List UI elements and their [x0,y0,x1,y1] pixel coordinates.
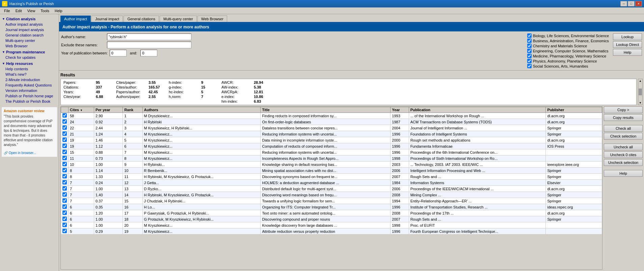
minimize-button[interactable]: ─ [620,1,627,6]
row-checkbox[interactable] [62,144,67,148]
row-checkbox-cell[interactable] [61,186,69,192]
maximize-button[interactable]: □ [628,1,635,6]
row-checkbox[interactable] [62,150,67,154]
menu-file[interactable]: File [1,8,13,14]
menu-help[interactable]: Help [52,8,65,14]
form-help-button[interactable]: Help [613,49,642,56]
row-checkbox-cell[interactable] [61,222,69,228]
row-checkbox[interactable] [62,217,67,221]
col-header-cites[interactable]: Cites ▼ [69,107,94,113]
row-checkbox-cell[interactable] [61,125,69,131]
col-header-rank[interactable]: Rank [123,107,142,113]
row-checkbox[interactable] [62,223,67,227]
row-checkbox-cell[interactable] [61,143,69,149]
check-all-button[interactable]: Check all [604,125,643,132]
sidebar-item-help-contents[interactable]: Help contents [1,66,57,72]
sidebar-item-check-updates[interactable]: Check for updates [1,55,57,60]
tab-web-browser[interactable]: Web Browser [197,16,227,22]
row-checkbox-cell[interactable] [61,180,69,186]
row-checkbox[interactable] [62,131,67,136]
checkbox-bio[interactable] [527,33,532,38]
row-checkbox-cell[interactable] [61,216,69,222]
checkbox-chem[interactable] [527,44,532,48]
row-checkbox[interactable] [62,125,67,130]
row-checkbox[interactable] [62,138,67,142]
checkbox-phys[interactable] [527,59,532,63]
tab-journal-impact[interactable]: Journal impact [91,16,123,22]
sidebar-item-multi-query[interactable]: Multi-query center [1,38,57,43]
row-checkbox-cell[interactable] [61,155,69,162]
table-scroll-area[interactable]: Cites ▼ Per year Rank Authors Title Year… [60,106,602,270]
checkbox-med[interactable] [527,54,532,58]
row-checkbox-cell[interactable] [61,168,69,174]
col-header-per-year[interactable]: Per year [94,107,123,113]
checkbox-eng[interactable] [527,49,532,53]
col-header-title[interactable]: Title [261,107,391,113]
row-checkbox[interactable] [62,168,67,172]
row-checkbox[interactable] [62,192,67,197]
sidebar-item-journal-impact[interactable]: Journal impact analysis [1,27,57,32]
col-header-publisher[interactable]: Publisher [546,107,602,113]
row-checkbox-cell[interactable] [61,210,69,216]
year-from-input[interactable] [110,50,127,56]
uncheck-all-button[interactable]: Uncheck all [604,144,643,150]
col-header-year[interactable]: Year [391,107,409,113]
row-checkbox-cell[interactable] [61,228,69,235]
row-checkbox[interactable] [62,204,67,209]
row-checkbox[interactable] [62,174,67,178]
row-checkbox-cell[interactable] [61,149,69,155]
row-checkbox-cell[interactable] [61,131,69,137]
uncheck-selection-button[interactable]: Uncheck selection [604,159,643,166]
menu-edit[interactable]: Edit [13,8,25,14]
col-header-publication[interactable]: Publication [409,107,546,113]
row-checkbox-cell[interactable] [61,204,69,210]
sidebar-item-faq[interactable]: Frequently Asked Questions [1,82,57,88]
col-header-authors[interactable]: Authors [142,107,261,113]
row-publication: Information Systems [409,180,546,186]
row-checkbox[interactable] [62,162,67,166]
menu-view[interactable]: View [25,8,38,14]
row-checkbox[interactable] [62,186,67,191]
sidebar-item-author-impact[interactable]: Author impact analysis [1,22,57,27]
row-checkbox[interactable] [62,119,67,124]
sidebar-item-pop-home[interactable]: Publish or Perish home page [1,93,57,99]
checkbox-soc[interactable] [527,64,532,68]
lookup-direct-button[interactable]: Lookup Direct [613,41,642,48]
tab-multi-query[interactable]: Multi-query center [160,16,197,22]
row-checkbox-cell[interactable] [61,162,69,168]
check-selection-button[interactable]: Check selection [604,133,643,140]
sidebar-item-pop-book[interactable]: The Publish or Perish Book [1,99,57,104]
sidebar-item-version-info[interactable]: Version information [1,88,57,93]
row-checkbox[interactable] [62,198,67,203]
year-to-input[interactable] [140,50,157,56]
row-checkbox-cell[interactable] [61,119,69,125]
copy-results-button[interactable]: Copy results [604,114,643,121]
lookup-button[interactable]: Lookup [613,33,642,40]
results-help-button[interactable]: Help [604,170,643,177]
row-checkbox-cell[interactable] [61,137,69,143]
tab-author-impact[interactable]: Author impact [60,16,91,22]
close-button[interactable]: ✕ [635,1,642,6]
row-checkbox[interactable] [62,211,67,215]
row-checkbox[interactable] [62,229,67,233]
uncheck-0-cites-button[interactable]: Uncheck 0 cites [604,151,643,158]
sidebar-item-web-browser[interactable]: Web Browser [1,43,57,49]
sidebar-item-2min-intro[interactable]: 2-Minute introduction [1,77,57,82]
copy-button[interactable]: Copy > [604,106,643,113]
stats-scrollbar[interactable]: ▲ ▼ [638,79,643,105]
amazon-open-browser-link[interactable]: Open in browser... [9,151,36,155]
row-checkbox[interactable] [62,156,67,160]
row-checkbox[interactable] [62,113,67,118]
menu-tools[interactable]: Tools [38,8,52,14]
row-checkbox-cell[interactable] [61,198,69,204]
tab-general-citations[interactable]: General citations [124,16,159,22]
row-checkbox-cell[interactable] [61,192,69,198]
sidebar-item-whats-new[interactable]: What's new? [1,72,57,77]
sidebar-item-general-citation[interactable]: General citation search [1,32,57,38]
row-checkbox[interactable] [62,180,67,184]
exclude-names-input[interactable] [107,42,191,48]
row-checkbox-cell[interactable] [61,113,69,119]
row-checkbox-cell[interactable] [61,174,69,180]
author-name-input[interactable] [107,33,191,40]
checkbox-biz[interactable] [527,39,532,43]
